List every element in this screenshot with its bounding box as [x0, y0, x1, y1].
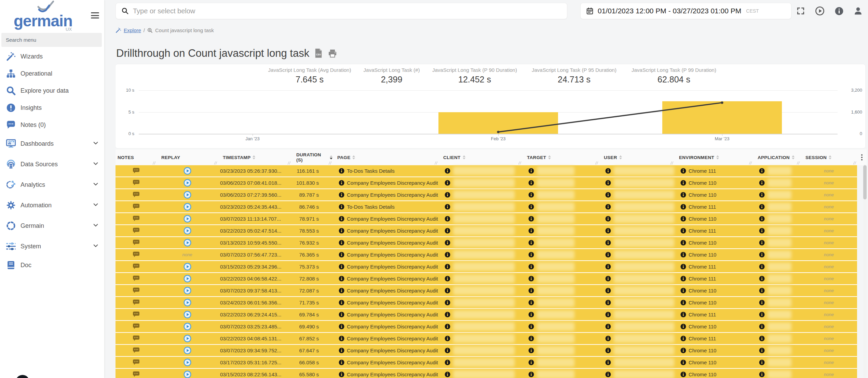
cell-application[interactable] — [753, 345, 801, 356]
cell-target[interactable] — [522, 213, 599, 224]
cell-page[interactable]: Company Employees Discrepancy Audit — [333, 273, 438, 284]
cell-page[interactable]: Company Employees Discrepancy Audit — [333, 309, 438, 320]
cell-target[interactable] — [522, 309, 599, 320]
info-icon[interactable] — [528, 264, 534, 270]
cell-application[interactable] — [753, 285, 801, 296]
table-row[interactable]: 03/07/2023 09:34:59.752...67.647 sCompan… — [116, 345, 857, 357]
info-icon[interactable] — [528, 276, 534, 282]
info-icon[interactable] — [605, 288, 611, 294]
cell-environment[interactable]: Chrome 111 — [674, 225, 753, 236]
cell-target[interactable] — [522, 189, 599, 200]
cell-application[interactable] — [753, 273, 801, 284]
info-icon[interactable] — [759, 312, 765, 317]
cell-target[interactable] — [522, 285, 599, 296]
cell-environment[interactable]: Chrome 111 — [674, 273, 753, 284]
info-icon[interactable] — [528, 348, 534, 353]
note-comment-icon[interactable] — [133, 371, 140, 378]
info-icon[interactable] — [759, 180, 765, 186]
info-icon[interactable] — [528, 360, 534, 365]
note-comment-icon[interactable] — [133, 335, 140, 342]
cell-replay[interactable] — [157, 297, 218, 308]
cell-page[interactable]: Company Employees Discrepancy Audit — [333, 189, 438, 200]
info-icon[interactable] — [445, 252, 450, 258]
info-icon[interactable] — [680, 360, 686, 365]
cell-user[interactable] — [599, 249, 674, 260]
replay-play-icon[interactable] — [184, 263, 191, 271]
cell-user[interactable] — [599, 285, 674, 296]
sidebar-item-wizards[interactable]: Wizards — [0, 48, 104, 65]
cell-replay[interactable] — [157, 213, 218, 224]
table-options-button[interactable] — [857, 149, 867, 165]
cell-target[interactable] — [522, 201, 599, 212]
info-icon[interactable] — [759, 372, 765, 377]
table-row[interactable]: 03/07/2023 11:13:14.707...78.971 sCompan… — [116, 213, 857, 225]
column-header-session[interactable]: SESSION — [801, 149, 857, 165]
cell-target[interactable] — [522, 357, 599, 368]
info-icon[interactable] — [445, 216, 450, 222]
info-icon[interactable] — [759, 348, 765, 353]
cell-client[interactable] — [438, 369, 522, 378]
column-resize-grip[interactable] — [595, 161, 598, 165]
info-icon[interactable] — [339, 348, 344, 353]
info-icon[interactable] — [445, 192, 450, 198]
sort-arrows-icon[interactable] — [829, 155, 831, 159]
cell-environment[interactable]: Chrome 110 — [674, 321, 753, 332]
cell-environment[interactable]: Chrome 110 — [674, 177, 753, 188]
info-icon[interactable] — [759, 168, 765, 174]
cell-environment[interactable]: Chrome 110 — [674, 237, 753, 248]
column-resize-grip[interactable] — [152, 161, 156, 165]
cell-environment[interactable]: Chrome 110 — [674, 369, 753, 378]
info-icon[interactable] — [445, 336, 450, 341]
column-header-application[interactable]: APPLICATION — [753, 149, 801, 165]
replay-play-icon[interactable] — [184, 275, 191, 283]
cell-client[interactable] — [438, 261, 522, 272]
info-icon[interactable] — [759, 252, 765, 258]
table-row[interactable]: 03/22/2023 06:29:24.415...69.784 sCompan… — [116, 309, 857, 321]
cell-application[interactable] — [753, 189, 801, 200]
column-resize-grip[interactable] — [328, 161, 332, 165]
cell-user[interactable] — [599, 261, 674, 272]
info-icon[interactable] — [759, 216, 765, 222]
column-resize-grip[interactable] — [853, 161, 856, 165]
cell-user[interactable] — [599, 333, 674, 344]
cell-target[interactable] — [522, 177, 599, 188]
info-icon[interactable] — [445, 228, 450, 234]
info-icon[interactable] — [759, 240, 765, 246]
info-icon[interactable] — [339, 288, 344, 294]
cell-replay[interactable] — [157, 165, 218, 177]
note-comment-icon[interactable] — [133, 216, 140, 222]
sort-arrows-icon[interactable] — [463, 155, 465, 159]
info-icon[interactable] — [445, 204, 450, 210]
cell-client[interactable] — [438, 177, 522, 188]
info-icon[interactable] — [680, 348, 686, 353]
cell-client[interactable] — [438, 333, 522, 344]
note-comment-icon[interactable] — [133, 275, 140, 282]
cell-replay[interactable] — [157, 189, 218, 200]
replay-all-button[interactable] — [814, 5, 825, 16]
cell-page[interactable]: Company Employees Discrepancy Audit — [333, 225, 438, 236]
table-row[interactable]: 03/23/2023 05:24:35.443...86.746 sTo-Dos… — [116, 201, 857, 213]
column-header-notes[interactable]: NOTES — [116, 149, 157, 165]
cell-environment[interactable]: Chrome 111 — [674, 333, 753, 344]
note-comment-icon[interactable] — [133, 168, 140, 174]
cell-notes[interactable] — [116, 309, 157, 320]
cell-notes[interactable] — [116, 333, 157, 344]
cell-user[interactable] — [599, 321, 674, 332]
cell-user[interactable] — [599, 201, 674, 212]
info-icon[interactable] — [445, 312, 450, 317]
info-icon[interactable] — [528, 180, 534, 186]
chat-widget-button[interactable] — [16, 375, 29, 378]
column-resize-grip[interactable] — [287, 161, 291, 165]
export-csv-icon[interactable]: CSV — [314, 48, 323, 58]
cell-application[interactable] — [753, 237, 801, 248]
cell-environment[interactable]: Chrome 110 — [674, 249, 753, 260]
note-comment-icon[interactable] — [133, 204, 140, 210]
table-row[interactable]: 03/23/2023 05:26:37.930...116.161 sTo-Do… — [116, 165, 857, 177]
cell-target[interactable] — [522, 273, 599, 284]
column-resize-grip[interactable] — [670, 161, 674, 165]
sidebar-toggle-hamburger-icon[interactable] — [91, 12, 99, 19]
cell-application[interactable] — [753, 333, 801, 344]
info-icon[interactable] — [528, 240, 534, 246]
replay-play-icon[interactable] — [184, 311, 191, 318]
info-icon[interactable] — [680, 372, 686, 377]
